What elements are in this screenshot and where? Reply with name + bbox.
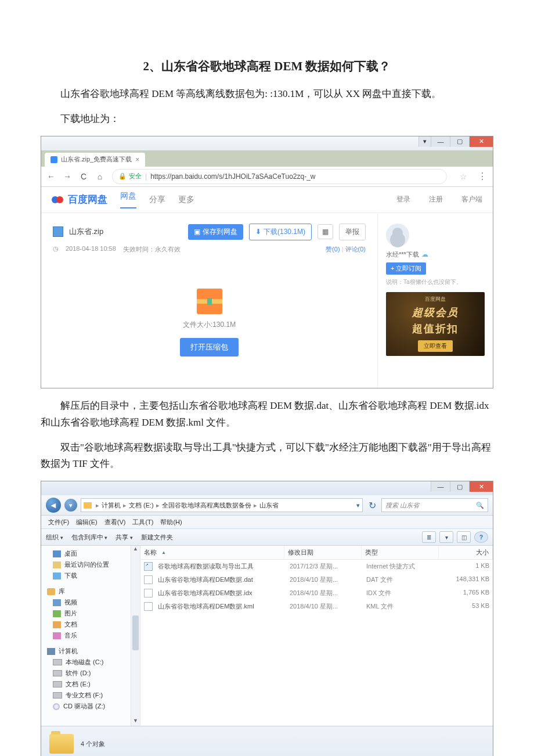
sidebar-item-downloads[interactable]: 下载	[41, 570, 140, 581]
uploader-name: 水经***下载 ☁	[386, 250, 485, 259]
comment-link[interactable]: 评论(0)	[345, 246, 366, 253]
bookmark-star-icon[interactable]: ☆	[460, 172, 467, 181]
include-lib-button[interactable]: 包含到库中	[71, 533, 108, 542]
tab-close-icon[interactable]: ×	[135, 156, 139, 164]
breadcrumb[interactable]: ▸ 计算机▸ 文档 (E:)▸ 全国谷歌地球高程离线数据备份▸ 山东省 ▾	[81, 498, 363, 512]
music-icon	[53, 632, 61, 639]
sidebar-item-drive-c[interactable]: 本地磁盘 (C:)	[41, 657, 140, 668]
promo-banner[interactable]: 百度网盘 超级会员 超值折扣 立即查看	[386, 292, 485, 356]
url-input[interactable]: 🔒 安全 | https://pan.baidu.com/s/1hJHOiL7a…	[112, 169, 447, 184]
organize-button[interactable]: 组织	[46, 533, 63, 542]
new-folder-button[interactable]: 新建文件夹	[141, 533, 173, 542]
sidebar-item-documents[interactable]: 文档	[41, 619, 140, 630]
window-titlebar: ▾ — ▢ ✕	[41, 136, 493, 150]
col-size[interactable]: 大小	[439, 546, 493, 559]
subscribe-button[interactable]: + 立即订阅	[386, 262, 426, 275]
window-maximize-icon[interactable]: ▢	[450, 481, 469, 492]
baidu-pan-logo[interactable]: 百度网盘	[52, 193, 107, 206]
window-minimize-icon[interactable]: —	[431, 136, 450, 147]
user-avatar[interactable]	[386, 224, 409, 247]
like-link[interactable]: 赞(0)	[326, 246, 340, 253]
download-button[interactable]: ⬇ 下载(130.1M)	[249, 224, 312, 240]
scroll-down-icon[interactable]: ▼	[131, 718, 140, 726]
nav-back-icon[interactable]: ←	[47, 172, 55, 181]
login-link[interactable]: 登录	[396, 195, 410, 204]
sidebar-scrollbar[interactable]: ▲ ▼	[131, 546, 140, 726]
open-archive-button[interactable]: 打开压缩包	[180, 338, 239, 357]
report-button[interactable]: 举报	[339, 224, 366, 240]
sidebar-item-drive-z[interactable]: CD 驱动器 (Z:)	[41, 701, 140, 712]
file-row[interactable]: 山东省谷歌地球高程DEM数据.idx2018/4/10 星期...IDX 文件1…	[140, 586, 493, 600]
clock-icon: ◷	[53, 245, 59, 254]
drive-icon	[53, 670, 62, 676]
register-link[interactable]: 注册	[429, 195, 443, 204]
nav-forward-button[interactable]: ▾	[64, 499, 77, 512]
file-size-label: 文件大小:130.1M	[53, 320, 366, 330]
window-close-icon[interactable]: ✕	[469, 481, 493, 492]
browser-tab[interactable]: 山东省.zip_免费高速下载 ×	[45, 153, 145, 167]
save-to-pan-button[interactable]: ▣ 保存到网盘	[188, 224, 243, 240]
qr-icon: ▦	[322, 228, 329, 236]
nav-forward-icon[interactable]: →	[63, 172, 71, 181]
qr-button[interactable]: ▦	[317, 224, 333, 239]
client-link[interactable]: 客户端	[461, 195, 482, 204]
browser-menu-icon[interactable]: ⋮	[478, 171, 487, 182]
nav-pan[interactable]: 网盘	[120, 191, 136, 208]
explorer-sidebar: 桌面 最近访问的位置 下载 库 视频 图片 文档 音乐 计算机 本地磁盘 (C:…	[41, 546, 140, 726]
share-button[interactable]: 共享	[116, 533, 133, 542]
file-row[interactable]: 山东省谷歌地球高程DEM数据.kml2018/4/10 星期...KML 文件5…	[140, 600, 493, 613]
nav-more[interactable]: 更多	[178, 195, 194, 205]
preview-pane-button[interactable]: ◫	[457, 531, 471, 543]
sidebar-item-music[interactable]: 音乐	[41, 630, 140, 641]
breadcrumb-dropdown-icon[interactable]: ▾	[356, 502, 360, 509]
scroll-up-icon[interactable]: ▲	[131, 546, 140, 554]
nav-home-icon[interactable]: ⌂	[96, 172, 104, 181]
menu-edit[interactable]: 编辑(E)	[74, 517, 100, 528]
zip-file-icon	[53, 226, 63, 237]
view-mode-button[interactable]: ≣	[422, 531, 436, 543]
promo-cta-button[interactable]: 立即查看	[418, 340, 453, 352]
tool-bar: 组织 包含到库中 共享 新建文件夹 ≣ ▾ ◫ ?	[41, 529, 493, 546]
nav-back-button[interactable]: ◄	[46, 498, 61, 513]
sidebar-item-recent[interactable]: 最近访问的位置	[41, 559, 140, 570]
search-input[interactable]: 搜索 山东省 🔍	[381, 498, 488, 512]
large-zip-icon	[197, 289, 222, 314]
tab-favicon-icon	[50, 156, 57, 163]
nav-reload-icon[interactable]: C	[80, 172, 88, 181]
view-dropdown-icon[interactable]: ▾	[439, 531, 453, 543]
col-type[interactable]: 类型	[362, 546, 439, 559]
menu-view[interactable]: 查看(V)	[102, 517, 128, 528]
recent-icon	[53, 561, 61, 568]
status-bar: 4 个对象	[41, 726, 493, 756]
paragraph-3: 解压后的目录中，主要包括山东省谷歌地球高程 DEM 数据.dat、山东省谷歌地球…	[41, 398, 493, 431]
sidebar-item-libraries[interactable]: 库	[41, 586, 140, 597]
file-row[interactable]: 谷歌地球高程数据读取与导出工具2017/12/3 星期...Internet 快…	[140, 560, 493, 573]
sidebar-item-videos[interactable]: 视频	[41, 597, 140, 608]
sidebar-item-drive-d[interactable]: 软件 (D:)	[41, 668, 140, 679]
col-date[interactable]: 修改日期	[284, 546, 362, 559]
drive-icon	[53, 681, 62, 687]
sidebar-item-desktop[interactable]: 桌面	[41, 548, 140, 559]
explorer-screenshot: — ▢ ✕ ◄ ▾ ▸ 计算机▸ 文档 (E:)▸ 全国谷歌地球高程离线数据备份…	[41, 481, 493, 756]
menu-help[interactable]: 帮助(H)	[158, 517, 184, 528]
search-icon: 🔍	[476, 502, 484, 509]
sidebar-item-drive-f[interactable]: 专业文档 (F:)	[41, 690, 140, 701]
sidebar-item-computer[interactable]: 计算机	[41, 646, 140, 657]
file-icon	[144, 575, 153, 584]
file-info-row: 山东省.zip ▣ 保存到网盘 ⬇ 下载(130.1M) ▦ 举报	[53, 224, 366, 240]
window-dropdown-icon[interactable]: ▾	[418, 136, 431, 147]
help-icon[interactable]: ?	[474, 531, 488, 543]
video-icon	[53, 599, 61, 606]
menu-tools[interactable]: 工具(T)	[130, 517, 156, 528]
col-name[interactable]: 名称▲	[140, 546, 284, 559]
window-minimize-icon[interactable]: —	[431, 481, 450, 492]
downloads-icon	[53, 573, 61, 579]
refresh-icon[interactable]: ↻	[366, 500, 378, 511]
nav-share[interactable]: 分享	[149, 195, 165, 205]
sidebar-item-drive-e[interactable]: 文档 (E:)	[41, 679, 140, 690]
window-maximize-icon[interactable]: ▢	[450, 136, 469, 147]
menu-file[interactable]: 文件(F)	[46, 517, 71, 528]
sidebar-item-pictures[interactable]: 图片	[41, 608, 140, 619]
window-close-icon[interactable]: ✕	[469, 136, 493, 147]
file-row[interactable]: 山东省谷歌地球高程DEM数据.dat2018/4/10 星期...DAT 文件1…	[140, 573, 493, 586]
